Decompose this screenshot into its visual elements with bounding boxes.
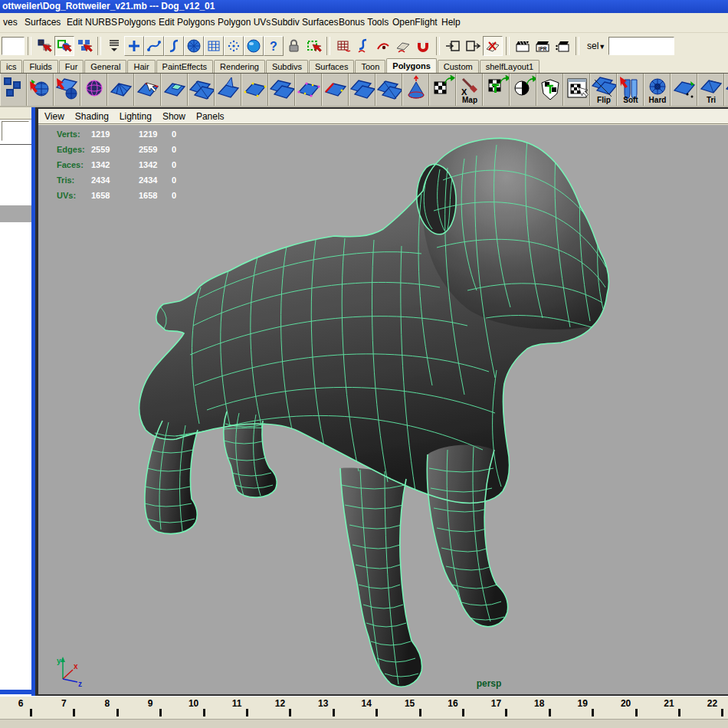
timeline-tick[interactable] bbox=[203, 709, 205, 717]
timeline-tick[interactable] bbox=[635, 709, 638, 717]
timeline-tick[interactable] bbox=[721, 709, 723, 717]
mask-curve-icon[interactable] bbox=[144, 36, 164, 56]
menu-polygons[interactable]: Polygons bbox=[115, 13, 159, 31]
triangulate-plane-icon[interactable] bbox=[107, 74, 134, 106]
cube-to-sphere-icon[interactable] bbox=[54, 74, 80, 106]
timeline-frame-12[interactable]: 12 bbox=[268, 698, 291, 709]
shelf-tab-rendering[interactable]: Rendering bbox=[214, 60, 265, 73]
assign-texture-icon[interactable] bbox=[429, 74, 456, 106]
shelf-tab-toon[interactable]: Toon bbox=[355, 60, 385, 73]
select-object-icon[interactable] bbox=[54, 36, 74, 56]
snap-grid-icon[interactable] bbox=[333, 36, 353, 56]
timeline-frame-14[interactable]: 14 bbox=[355, 698, 378, 709]
timeline-tick[interactable] bbox=[505, 709, 507, 717]
snap-plane-icon[interactable] bbox=[393, 36, 413, 56]
shelf-tab-subdivs[interactable]: Subdivs bbox=[266, 60, 308, 73]
timeline-frame-21[interactable]: 21 bbox=[657, 698, 680, 709]
menu-polygon-uvs[interactable]: Polygon UVs bbox=[215, 13, 274, 31]
mirror-geometry-icon[interactable] bbox=[375, 74, 402, 106]
panel-menu-view[interactable]: View bbox=[44, 110, 64, 123]
background-window[interactable] bbox=[0, 107, 35, 696]
timeline-tick[interactable] bbox=[246, 709, 248, 717]
timeline-tick[interactable] bbox=[419, 709, 421, 717]
uv-texture-editor-icon[interactable] bbox=[563, 74, 590, 106]
perspective-view-panel[interactable]: ViewShadingLightingShowPanels Verts:1219… bbox=[35, 107, 728, 696]
background-window-field[interactable] bbox=[2, 121, 29, 141]
viewport-canvas[interactable]: Verts:121912190Edges:255925590Faces:1342… bbox=[38, 125, 728, 694]
menu-surfaces[interactable]: Surfaces bbox=[21, 13, 64, 31]
menu-subdiv-surfaces[interactable]: Subdiv Surfaces bbox=[268, 13, 341, 31]
shelf-tab-ics[interactable]: ics bbox=[0, 60, 22, 73]
timeline-tick[interactable] bbox=[462, 709, 464, 717]
render-current-frame-icon[interactable] bbox=[513, 36, 533, 56]
x-map-icon[interactable]: XMap bbox=[456, 74, 483, 106]
window-titlebar[interactable]: ottweiler\Dog_Rottweiler_v21.mb --- Dog_… bbox=[0, 0, 728, 13]
timeline-tick[interactable] bbox=[678, 709, 680, 717]
dog-wireframe-model[interactable]: y x z bbox=[38, 125, 728, 694]
merge-edge-icon[interactable] bbox=[322, 74, 349, 106]
mask-particle-icon[interactable] bbox=[224, 36, 244, 56]
mask-sphere-icon[interactable] bbox=[244, 36, 264, 56]
menu-bonus-tools[interactable]: Bonus Tools bbox=[336, 13, 392, 31]
snap-point-icon[interactable] bbox=[373, 36, 393, 56]
select-component-icon[interactable] bbox=[74, 36, 94, 56]
menu-edit-polygons[interactable]: Edit Polygons bbox=[156, 13, 218, 31]
quick-field[interactable] bbox=[2, 37, 25, 55]
extrude-face-icon[interactable] bbox=[161, 74, 188, 106]
smooth-sphere-icon[interactable] bbox=[27, 74, 54, 106]
command-field[interactable] bbox=[608, 37, 674, 55]
timeline-tick[interactable] bbox=[73, 709, 75, 717]
time-slider[interactable]: 678910111213141516171819202122 bbox=[0, 696, 728, 720]
shelf-tab-fur[interactable]: Fur bbox=[59, 60, 84, 73]
timeline-tick[interactable] bbox=[333, 709, 335, 717]
batch-render-icon[interactable] bbox=[553, 36, 572, 56]
mask-curves-icon[interactable] bbox=[164, 36, 184, 56]
cube-vertices-icon[interactable] bbox=[241, 74, 268, 106]
panel-menu-show[interactable]: Show bbox=[162, 110, 185, 123]
timeline-frame-9[interactable]: 9 bbox=[139, 698, 162, 709]
timeline-frame-20[interactable]: 20 bbox=[615, 698, 638, 709]
timeline-tick[interactable] bbox=[375, 709, 378, 717]
construction-history-icon[interactable] bbox=[483, 36, 503, 56]
shelf-tab-fluids[interactable]: Fluids bbox=[23, 60, 57, 73]
poke-face-icon[interactable] bbox=[215, 74, 241, 106]
shelf-tab-surfaces[interactable]: Surfaces bbox=[309, 60, 354, 73]
timeline-frame-13[interactable]: 13 bbox=[312, 698, 335, 709]
triangulate-icon[interactable]: Tri bbox=[697, 74, 724, 106]
combine-icon[interactable] bbox=[268, 74, 295, 106]
harden-edge-icon[interactable]: Hard bbox=[644, 74, 671, 106]
menu-ves[interactable]: ves bbox=[0, 13, 21, 31]
duplicate-face-icon[interactable] bbox=[349, 74, 375, 106]
mask-misc-icon[interactable]: ? bbox=[264, 36, 284, 56]
planar-map-icon[interactable] bbox=[536, 74, 563, 106]
selection-dropdown[interactable]: sel▼ bbox=[587, 41, 605, 51]
panel-menu-lighting[interactable]: Lighting bbox=[120, 110, 152, 123]
soften-edge-icon[interactable]: Soft bbox=[617, 74, 644, 106]
timeline-tick[interactable] bbox=[159, 709, 162, 717]
output-connections-icon[interactable] bbox=[463, 36, 483, 56]
snap-settings-icon[interactable] bbox=[104, 36, 124, 56]
menu-openflight[interactable]: OpenFlight bbox=[389, 13, 441, 31]
cone-pivot-icon[interactable] bbox=[402, 74, 429, 106]
timeline-frame-19[interactable]: 19 bbox=[571, 698, 594, 709]
timeline-frame-15[interactable]: 15 bbox=[398, 698, 421, 709]
split-polygon-icon[interactable] bbox=[188, 74, 215, 106]
ipr-render-icon[interactable]: IPR bbox=[533, 36, 553, 56]
timeline-frame-16[interactable]: 16 bbox=[441, 698, 464, 709]
timeline-frame-10[interactable]: 10 bbox=[182, 698, 205, 709]
timeline-frame-17[interactable]: 17 bbox=[484, 698, 507, 709]
timeline-frame-7[interactable]: 7 bbox=[52, 698, 75, 709]
timeline-frame-22[interactable]: 22 bbox=[700, 698, 723, 709]
merge-vertices-icon[interactable] bbox=[295, 74, 322, 106]
wire-sphere-icon[interactable] bbox=[80, 74, 107, 106]
flip-uv-icon[interactable]: Flip bbox=[590, 74, 617, 106]
background-window-selected-row[interactable] bbox=[0, 205, 31, 222]
shelf-tab-painteffects[interactable]: PaintEffects bbox=[156, 60, 214, 73]
shelf-tab-general[interactable]: General bbox=[84, 60, 126, 73]
select-hierarchy-icon[interactable] bbox=[34, 36, 54, 56]
mask-points-icon[interactable] bbox=[124, 36, 144, 56]
menu-help[interactable]: Help bbox=[438, 13, 464, 31]
spherical-map-icon[interactable] bbox=[510, 74, 536, 106]
lock-selection-icon[interactable] bbox=[284, 36, 303, 56]
timeline-tick[interactable] bbox=[30, 709, 32, 717]
